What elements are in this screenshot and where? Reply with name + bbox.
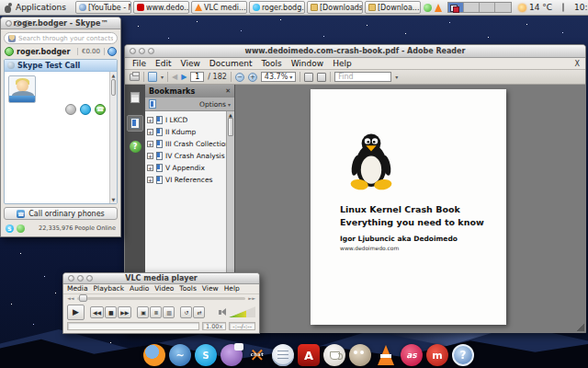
- vlc-titlebar[interactable]: VLC media player: [63, 273, 259, 284]
- chat-button[interactable]: [65, 104, 76, 115]
- contact-avatar[interactable]: [8, 75, 36, 103]
- pdf-page[interactable]: Linux Kernel Crash Book Everything you n…: [311, 89, 506, 325]
- clock[interactable]: 10:53: [571, 3, 588, 12]
- find-input[interactable]: [334, 72, 391, 82]
- weather-applet[interactable]: 14 °C: [514, 3, 556, 12]
- zoom-out-button[interactable]: −: [235, 73, 244, 82]
- dock-thunderbird-icon[interactable]: ~: [168, 343, 192, 367]
- play-button[interactable]: ▶: [67, 305, 85, 320]
- volume-control[interactable]: 100%: [219, 306, 255, 317]
- menu-media[interactable]: Media: [67, 284, 88, 293]
- time-display[interactable]: -:--/-:--: [229, 322, 255, 330]
- menu-window[interactable]: Window: [291, 59, 324, 68]
- scrollbar-thumb[interactable]: [111, 79, 116, 96]
- print-icon[interactable]: [130, 74, 140, 81]
- menu-edit[interactable]: Edit: [155, 59, 171, 68]
- previous-page-icon[interactable]: ◀: [172, 74, 177, 81]
- scrollbar-thumb[interactable]: [228, 118, 233, 136]
- applications-menu[interactable]: Applications: [0, 0, 72, 15]
- previous-button[interactable]: ◀◀: [90, 306, 104, 318]
- menu-help[interactable]: Help: [224, 284, 240, 293]
- menu-view[interactable]: View: [202, 284, 219, 293]
- export-dropdown-icon[interactable]: ▾: [161, 74, 164, 80]
- volume-slider[interactable]: 100%: [228, 306, 255, 317]
- scroll-down-icon[interactable]: ▼: [110, 197, 117, 202]
- seek-forward-icon[interactable]: ►►: [248, 295, 255, 301]
- bookmarks-panel-button[interactable]: [127, 115, 143, 132]
- call-ordinary-phones-button[interactable]: ☎ Call ordinary phones: [4, 207, 118, 220]
- bookmark-item[interactable]: + VI References: [147, 174, 234, 186]
- menu-tools[interactable]: Tools: [179, 284, 196, 293]
- menu-view[interactable]: View: [181, 59, 200, 68]
- workspace-2[interactable]: [464, 3, 480, 12]
- workspace-4[interactable]: [495, 3, 511, 12]
- dock-xchat-icon[interactable]: ✕ chat: [245, 343, 269, 367]
- dock-help-icon[interactable]: ?: [451, 343, 475, 367]
- options-menu[interactable]: Options ▾: [199, 100, 231, 109]
- bookmarks-close-icon[interactable]: ✕: [225, 87, 231, 95]
- zoom-level-select[interactable]: 43.7% ▾: [261, 72, 296, 82]
- fit-page-icon[interactable]: [317, 73, 326, 82]
- contact-search[interactable]: [4, 32, 118, 44]
- menu-audio[interactable]: Audio: [130, 284, 149, 293]
- pages-panel-button[interactable]: [127, 89, 143, 106]
- shuffle-button[interactable]: ⇄: [193, 306, 205, 318]
- taskbar-button-vlc[interactable]: VLC medi...: [191, 1, 247, 14]
- find-dropdown-icon[interactable]: ▾: [395, 74, 398, 80]
- expand-icon[interactable]: +: [147, 153, 153, 159]
- fullscreen-button[interactable]: ▣: [137, 306, 149, 318]
- video-call-button[interactable]: [80, 104, 91, 115]
- reader-titlebar[interactable]: www.dedoimedo.com-crash-book.pdf - Adobe…: [125, 45, 585, 58]
- dock-skype-icon[interactable]: S: [194, 343, 218, 367]
- contact-row-selected[interactable]: Skype Test Call: [5, 60, 117, 72]
- bookmark-item[interactable]: + V Appendix: [147, 162, 234, 174]
- call-button[interactable]: ☎: [95, 104, 106, 115]
- dock-adobe-reader-icon[interactable]: A: [297, 343, 321, 367]
- seek-slider[interactable]: [77, 297, 246, 300]
- dock-vlc-icon[interactable]: [374, 343, 398, 367]
- account-balance[interactable]: €0.00: [77, 48, 105, 55]
- taskbar-button-youtube[interactable]: [YouTube - M...: [75, 1, 131, 14]
- playback-rate[interactable]: 1.00x: [202, 322, 226, 330]
- contact-list-scrollbar[interactable]: ▲ ▼: [109, 72, 117, 203]
- page-number-input[interactable]: [190, 72, 204, 82]
- expand-icon[interactable]: +: [147, 141, 153, 147]
- document-canvas[interactable]: Linux Kernel Crash Book Everything you n…: [235, 85, 585, 332]
- resize-grip[interactable]: [577, 324, 584, 331]
- expand-icon[interactable]: +: [147, 117, 153, 123]
- workspace-1[interactable]: [448, 3, 464, 12]
- next-page-icon[interactable]: ▶: [181, 74, 187, 81]
- bookmark-item[interactable]: + III Crash Collection: [147, 138, 234, 150]
- dock-documents-icon[interactable]: [271, 343, 295, 367]
- expand-icon[interactable]: +: [147, 129, 153, 135]
- dock-gimp-icon[interactable]: [348, 343, 372, 367]
- howto-panel-button[interactable]: ?: [130, 141, 141, 153]
- skype-status-icon[interactable]: S: [6, 224, 14, 233]
- dock-miro-icon[interactable]: m: [425, 343, 449, 367]
- dock-coffee-icon[interactable]: [322, 343, 346, 367]
- menu-video[interactable]: Video: [154, 284, 174, 293]
- taskbar-button-downloads2[interactable]: [Downloa...: [365, 1, 421, 14]
- zoom-in-button[interactable]: +: [248, 73, 257, 82]
- taskbar-button-skype[interactable]: roger.bodg...: [249, 1, 305, 14]
- contact-search-input[interactable]: [18, 35, 113, 42]
- expand-icon[interactable]: +: [147, 165, 153, 171]
- display-applet-icon[interactable]: [562, 3, 564, 12]
- menu-file[interactable]: File: [132, 59, 146, 68]
- equalizer-button[interactable]: ▥: [163, 306, 175, 318]
- menu-document[interactable]: Document: [209, 59, 253, 68]
- globe-icon[interactable]: [107, 47, 117, 56]
- seek-back-icon[interactable]: ◄◄: [67, 295, 74, 301]
- new-bookmark-icon[interactable]: [149, 99, 156, 109]
- skype-tray-icon[interactable]: [424, 4, 432, 12]
- menu-help[interactable]: Help: [333, 59, 352, 68]
- seek-handle[interactable]: [79, 294, 87, 302]
- dock-lastfm-icon[interactable]: as: [400, 343, 424, 367]
- bookmark-item[interactable]: + II Kdump: [147, 126, 234, 138]
- skype-titlebar[interactable]: roger.bodger - Skype™: [1, 17, 120, 29]
- account-name[interactable]: roger.bodger: [17, 48, 70, 56]
- playlist-button[interactable]: ≣: [150, 306, 162, 318]
- fit-width-icon[interactable]: [304, 73, 313, 82]
- bookmark-item[interactable]: + IV Crash Analysis: [147, 150, 234, 162]
- menubar-close-button[interactable]: X: [575, 60, 580, 68]
